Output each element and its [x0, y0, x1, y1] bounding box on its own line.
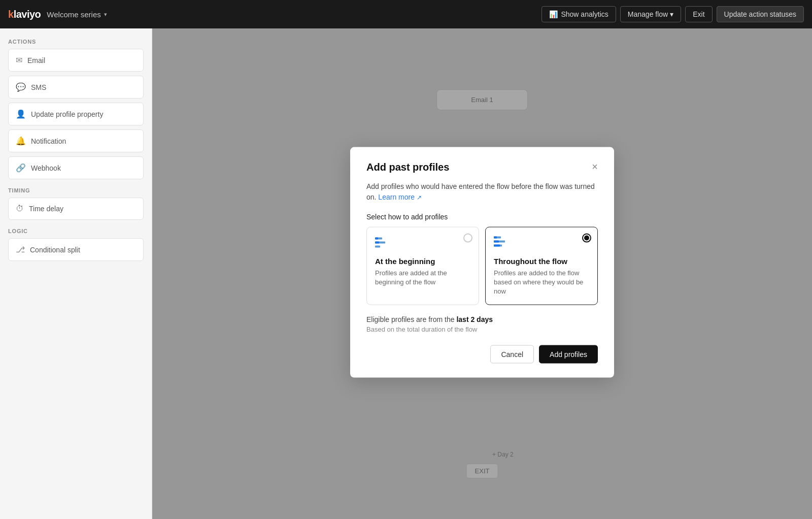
modal-header: Add past profiles ×: [366, 161, 598, 173]
add-past-profiles-modal: Add past profiles × Add profiles who wou…: [350, 147, 614, 378]
sms-icon: 💬: [16, 82, 26, 92]
throughout-desc: Profiles are added to the flow based on …: [494, 269, 589, 297]
sidebar-item-notification[interactable]: 🔔 Notification: [8, 129, 144, 152]
sidebar-item-conditional-split[interactable]: ⎇ Conditional split: [8, 238, 144, 261]
profile-icon: 👤: [16, 109, 26, 119]
learn-more-link[interactable]: Learn more ↗: [378, 193, 421, 201]
throughout-title: Throughout the flow: [494, 257, 589, 266]
klaviyo-logo: klaviyo: [8, 9, 41, 20]
throughout-radio[interactable]: [582, 234, 591, 243]
eligible-duration: last 2 days: [456, 315, 493, 323]
actions-section-title: ACTIONS: [8, 39, 144, 45]
option-throughout-card[interactable]: Throughout the flow Profiles are added t…: [485, 227, 598, 305]
topnav-right: 📊 Show analytics Manage flow ▾ Exit Upda…: [542, 6, 804, 22]
throughout-icon: [494, 236, 589, 252]
sidebar-item-time-delay[interactable]: ⏱ Time delay: [8, 198, 144, 220]
svg-rect-8: [494, 241, 499, 243]
timing-section-title: TIMING: [8, 187, 144, 193]
webhook-icon: 🔗: [16, 163, 26, 173]
sidebar: ACTIONS ✉ Email 💬 SMS 👤 Update profile p…: [0, 28, 152, 519]
topnav: klaviyo Welcome series ▾ 📊 Show analytic…: [0, 0, 812, 28]
svg-rect-10: [494, 245, 500, 247]
exit-button[interactable]: Exit: [685, 6, 712, 22]
svg-rect-6: [494, 237, 497, 239]
email-icon: ✉: [16, 55, 22, 65]
add-profiles-button[interactable]: Add profiles: [539, 345, 598, 363]
modal-actions: Cancel Add profiles: [366, 345, 598, 363]
sidebar-item-webhook[interactable]: 🔗 Webhook: [8, 156, 144, 179]
close-button[interactable]: ×: [592, 161, 598, 172]
option-cards: At the beginning Profiles are added at t…: [366, 227, 598, 305]
beginning-title: At the beginning: [375, 257, 470, 266]
main-layout: ACTIONS ✉ Email 💬 SMS 👤 Update profile p…: [0, 28, 812, 519]
conditional-split-icon: ⎇: [16, 245, 25, 254]
svg-rect-1: [375, 238, 378, 240]
svg-rect-4: [375, 246, 380, 248]
beginning-icon: [375, 236, 470, 252]
update-action-statuses-button[interactable]: Update action statuses: [717, 6, 804, 22]
topnav-left: klaviyo Welcome series ▾: [8, 9, 107, 20]
analytics-icon: 📊: [549, 10, 558, 18]
flow-canvas: Email 1 Day 1 Email 2 About us LIVE + Da…: [152, 28, 812, 519]
chevron-down-icon: ▾: [670, 10, 673, 18]
beginning-desc: Profiles are added at the beginning of t…: [375, 269, 470, 287]
external-link-icon: ↗: [417, 194, 422, 201]
svg-rect-3: [375, 242, 379, 244]
flow-name: Welcome series ▾: [47, 10, 107, 19]
notification-icon: 🔔: [16, 136, 26, 146]
show-analytics-button[interactable]: 📊 Show analytics: [542, 6, 616, 22]
eligible-section: Eligible profiles are from the last 2 da…: [366, 315, 598, 333]
chevron-down-icon: ▾: [104, 11, 107, 18]
option-beginning-card[interactable]: At the beginning Profiles are added at t…: [366, 227, 479, 305]
eligible-subtext: Based on the total duration of the flow: [366, 325, 598, 333]
time-delay-icon: ⏱: [16, 204, 24, 213]
sidebar-item-sms[interactable]: 💬 SMS: [8, 76, 144, 99]
sidebar-item-update-profile[interactable]: 👤 Update profile property: [8, 103, 144, 125]
eligible-text: Eligible profiles are from the last 2 da…: [366, 315, 598, 323]
modal-title: Add past profiles: [366, 161, 449, 173]
modal-description: Add profiles who would have entered the …: [366, 181, 598, 203]
cancel-button[interactable]: Cancel: [490, 345, 534, 363]
beginning-radio[interactable]: [463, 234, 472, 243]
select-how-label: Select how to add profiles: [366, 213, 598, 221]
manage-flow-button[interactable]: Manage flow ▾: [620, 6, 681, 22]
sidebar-item-email[interactable]: ✉ Email: [8, 49, 144, 72]
logic-section-title: LOGIC: [8, 228, 144, 234]
